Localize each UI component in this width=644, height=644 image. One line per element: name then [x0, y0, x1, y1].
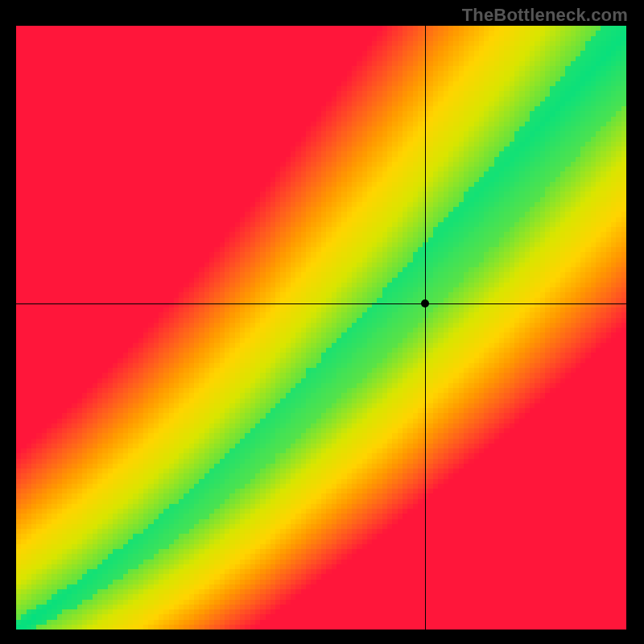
plot-area [16, 26, 626, 630]
chart-frame: TheBottleneck.com [0, 0, 644, 644]
heatmap-canvas [16, 26, 626, 630]
watermark-text: TheBottleneck.com [462, 5, 628, 26]
